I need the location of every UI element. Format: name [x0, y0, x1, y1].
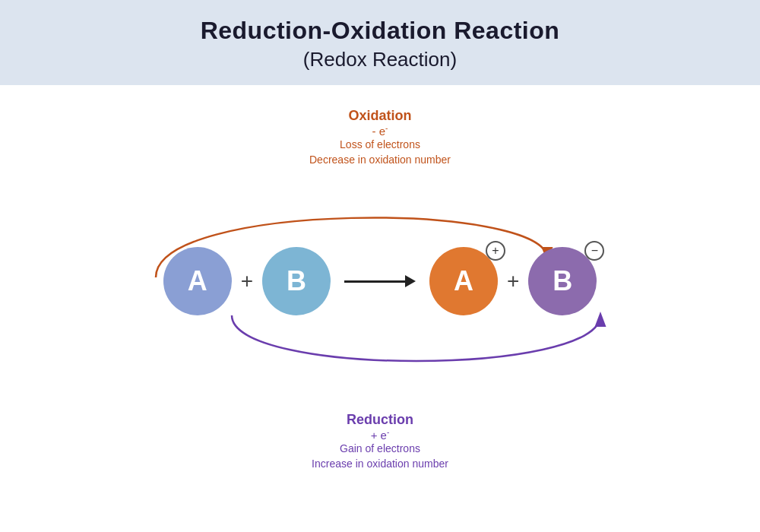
molecule-B-after-wrapper: B − [528, 247, 597, 315]
oxidation-line1: Loss of electrons [309, 138, 451, 153]
oxidation-line2: Decrease in oxidation number [309, 153, 451, 168]
page-title: Reduction-Oxidation Reaction [15, 17, 745, 45]
main-content: Oxidation - e- Loss of electrons Decreas… [0, 85, 760, 486]
reduction-label: Reduction + e- Gain of electrons Increas… [312, 412, 448, 471]
header: Reduction-Oxidation Reaction (Redox Reac… [0, 0, 760, 85]
arrow-head [405, 275, 416, 287]
charge-minus-badge: − [584, 241, 604, 261]
reduction-electron: + e- [312, 428, 448, 442]
reaction-arrow [344, 275, 416, 287]
reduction-line2: Increase in oxidation number [312, 457, 448, 472]
page-subtitle: (Redox Reaction) [15, 48, 745, 71]
reduction-line1: Gain of electrons [312, 442, 448, 457]
plus-sign-1: + [241, 269, 253, 293]
arrow-shaft [344, 280, 405, 283]
plus-sign-2: + [507, 269, 519, 293]
reaction-area: A + B A + + B [84, 175, 676, 403]
reduction-title: Reduction [312, 412, 448, 428]
molecules-row: A + B A + + B [84, 247, 676, 315]
charge-plus-badge: + [486, 241, 505, 261]
molecule-B-before: B [262, 247, 331, 315]
oxidation-title: Oxidation [309, 108, 451, 124]
molecule-A-before: A [163, 247, 232, 315]
oxidation-electron: - e- [309, 124, 451, 138]
oxidation-label: Oxidation - e- Loss of electrons Decreas… [309, 108, 451, 167]
molecule-A-after-wrapper: A + [429, 247, 498, 315]
